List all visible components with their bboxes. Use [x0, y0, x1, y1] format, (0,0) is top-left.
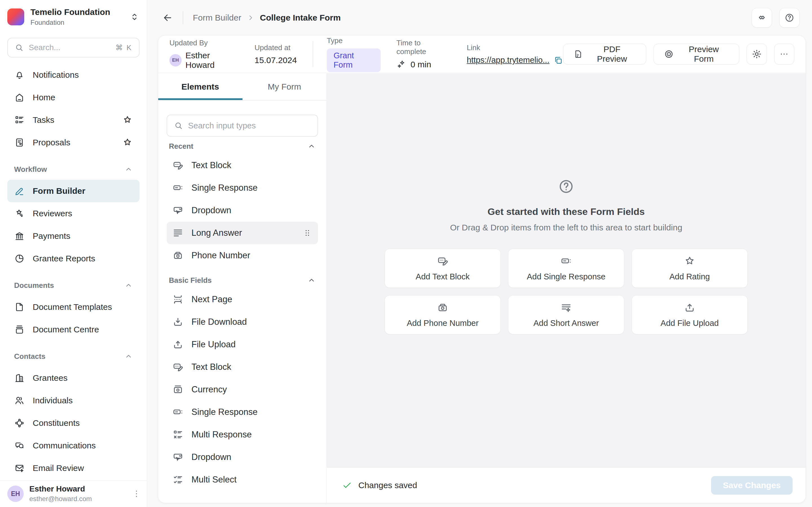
sidebar-item-grantees[interactable]: Grantees — [7, 367, 140, 389]
support-button[interactable] — [752, 8, 772, 27]
add-single-response-card[interactable]: Add Single Response — [508, 249, 624, 288]
builder-body: Elements My Form Search input types Rece… — [158, 73, 806, 503]
section-header-workflow[interactable]: Workflow — [7, 159, 140, 180]
updated-at: Updated at 15.07.2024 — [255, 43, 297, 65]
text-block-icon — [172, 160, 184, 171]
back-button[interactable] — [162, 12, 173, 23]
drag-handle-icon[interactable] — [302, 228, 312, 238]
form-link-url[interactable]: https://app.trytemelio... — [467, 55, 549, 65]
short-answer-icon — [560, 302, 572, 314]
form-header: Updated By EH Esther Howard Updated at 1… — [158, 36, 806, 73]
page-break-icon — [172, 294, 184, 305]
sidebar-item-individuals[interactable]: Individuals — [7, 389, 140, 412]
element-item-label: Currency — [192, 385, 227, 395]
kebab-menu-icon[interactable] — [132, 489, 141, 499]
org-logo — [7, 8, 24, 25]
sidebar-item-email-review[interactable]: Email Review — [7, 457, 140, 480]
sidebar-item-proposals[interactable]: Proposals — [7, 131, 140, 154]
add-rating-card[interactable]: Add Rating — [631, 249, 748, 288]
pen-icon — [14, 186, 25, 196]
input-types-search[interactable]: Search input types — [167, 115, 318, 136]
add-text-block-card[interactable]: Add Text Block — [385, 249, 501, 288]
section-header-documents[interactable]: Documents — [7, 275, 140, 296]
element-item-file-upload[interactable]: File Upload — [167, 333, 318, 356]
element-list: Recent Text Block Single Response Dropdo… — [158, 136, 326, 503]
card-label: Add Phone Number — [407, 319, 479, 328]
chevrons-updown-icon[interactable] — [130, 11, 140, 23]
element-item-multi-response[interactable]: Multi Response — [167, 424, 318, 446]
element-item-dropdown[interactable]: Dropdown — [167, 199, 318, 222]
sidebar-item-notifications[interactable]: Notifications — [7, 64, 140, 86]
card-label: Add Short Answer — [534, 319, 599, 328]
add-file-upload-card[interactable]: Add File Upload — [631, 295, 748, 334]
user-email: esther@howard.com — [29, 495, 126, 503]
chevron-up-icon — [307, 276, 316, 284]
tab-my-form[interactable]: My Form — [243, 73, 327, 100]
save-changes-button[interactable]: Save Changes — [711, 476, 793, 495]
element-item-next-page[interactable]: Next Page — [167, 288, 318, 311]
sidebar-item-communications[interactable]: Communications — [7, 434, 140, 457]
element-item-long-answer[interactable]: Long Answer — [167, 222, 318, 244]
proposals-icon — [14, 137, 25, 148]
search-icon — [174, 121, 183, 130]
element-item-label: File Download — [192, 317, 247, 327]
dropdown-icon — [172, 205, 184, 216]
search-icon — [15, 43, 24, 52]
bank-icon — [14, 231, 25, 241]
sidebar-item-document-templates[interactable]: Document Templates — [7, 296, 140, 318]
breadcrumb-parent[interactable]: Form Builder — [193, 13, 241, 22]
sidebar-item-tasks[interactable]: Tasks — [7, 109, 140, 131]
sidebar-item-form-builder[interactable]: Form Builder — [7, 180, 140, 202]
sparkles-icon — [396, 59, 407, 69]
copy-icon[interactable] — [553, 55, 563, 65]
more-options-button[interactable] — [774, 44, 794, 64]
element-item-label: Multi Select — [192, 474, 237, 485]
element-item-file-download[interactable]: File Download — [167, 311, 318, 333]
sidebar-item-label: Tasks — [33, 115, 114, 125]
settings-button[interactable] — [747, 44, 767, 64]
sidebar-item-reviewers[interactable]: Reviewers — [7, 202, 140, 225]
sidebar-item-grantee-reports[interactable]: Grantee Reports — [7, 247, 140, 270]
sidebar-search-placeholder: Search... — [29, 43, 110, 52]
help-button[interactable] — [779, 8, 800, 27]
multi-response-icon — [172, 429, 184, 440]
sidebar-item-label: Form Builder — [33, 186, 133, 196]
element-item-phone-number[interactable]: Phone Number — [167, 244, 318, 267]
empty-state-subtitle: Or Drag & Drop items from the left to th… — [327, 223, 806, 232]
add-short-answer-card[interactable]: Add Short Answer — [508, 295, 624, 334]
tab-elements[interactable]: Elements — [158, 73, 243, 100]
org-switcher[interactable]: Temelio Foundation Foundation — [0, 0, 147, 26]
section-header-contacts[interactable]: Contacts — [7, 346, 140, 367]
element-section-recent[interactable]: Recent — [167, 138, 318, 154]
sidebar-item-constituents[interactable]: Constituents — [7, 412, 140, 434]
sidebar-item-payments[interactable]: Payments — [7, 225, 140, 247]
element-item-single-response[interactable]: Single Response — [167, 401, 318, 424]
card-label: Add Rating — [669, 272, 710, 281]
breadcrumb-current: College Intake Form — [260, 13, 341, 22]
element-item-currency[interactable]: Currency — [167, 378, 318, 401]
sidebar-search-input[interactable]: Search... ⌘ K — [7, 38, 140, 57]
element-item-text-block[interactable]: Text Block — [167, 154, 318, 177]
favorite-star-icon[interactable] — [122, 137, 133, 148]
element-item-dropdown[interactable]: Dropdown — [167, 446, 318, 468]
element-item-multi-select[interactable]: Multi Select — [167, 468, 318, 491]
preview-eye-icon — [664, 49, 674, 59]
preview-form-button[interactable]: Preview Form — [654, 44, 740, 64]
element-item-text-block[interactable]: Text Block — [167, 356, 318, 378]
user-menu[interactable]: EH Esther Howard esther@howard.com — [0, 480, 147, 507]
type-badge: Grant Form — [327, 48, 380, 72]
add-phone-number-card[interactable]: Add Phone Number — [385, 295, 501, 334]
form-canvas[interactable]: Get started with these Form Fields Or Dr… — [327, 73, 806, 467]
empty-state: Get started with these Form Fields Or Dr… — [327, 73, 806, 334]
panel-tabs: Elements My Form — [158, 73, 326, 101]
favorite-star-icon[interactable] — [122, 115, 133, 125]
sidebar-item-label: Constituents — [33, 418, 133, 428]
org-name: Temelio Foundation — [31, 7, 123, 17]
element-item-single-response[interactable]: Single Response — [167, 177, 318, 199]
pdf-preview-button[interactable]: PDF Preview — [563, 44, 646, 64]
sidebar-item-home[interactable]: Home — [7, 86, 140, 109]
sidebar-item-document-centre[interactable]: Document Centre — [7, 318, 140, 341]
tasks-icon — [14, 115, 25, 125]
star-person-icon — [14, 208, 25, 219]
element-section-basic-fields[interactable]: Basic Fields — [167, 272, 318, 288]
